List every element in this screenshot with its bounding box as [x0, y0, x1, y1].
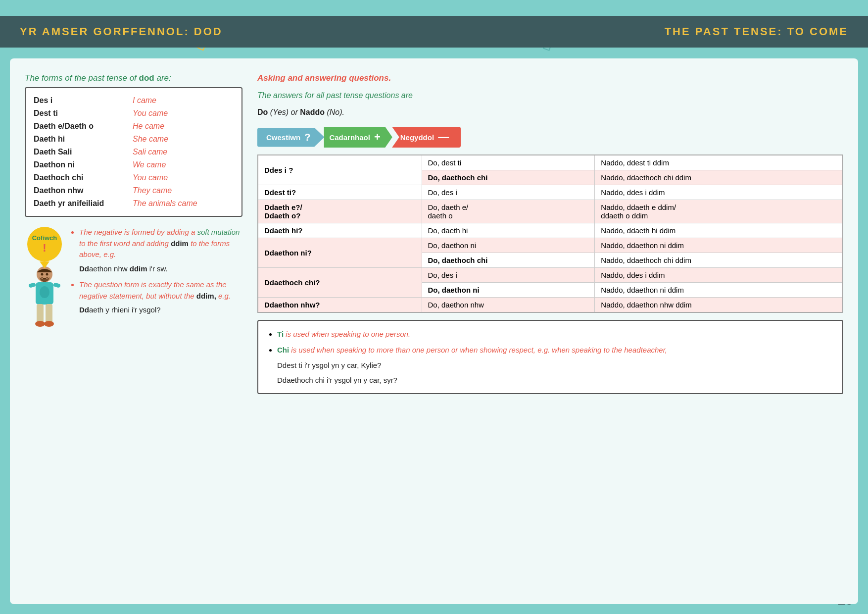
svg-rect-18	[37, 304, 44, 323]
forms-row-7: Daethoch chi You came	[34, 171, 234, 184]
svg-point-15	[40, 286, 49, 298]
bottom-note-2: Chi is used when speaking to more than o…	[277, 344, 833, 357]
forms-intro: The forms of the past tense of dod are:	[25, 73, 242, 83]
forms-row-4: Daeth hi She came	[34, 133, 234, 146]
table-headers: Cwestiwn ? Cadarnhaol + Negyddol —	[257, 127, 843, 148]
table-row: Ddes i ? Do, dest ti Naddo, ddest ti ddi…	[258, 155, 843, 170]
header-title-english: THE PAST TENSE: TO COME	[665, 25, 848, 38]
svg-point-21	[44, 321, 54, 327]
table-row: Ddest ti? Do, des i Naddo, ddes i ddim	[258, 185, 843, 200]
svg-point-22	[41, 273, 44, 276]
header-title-welsh: YR AMSER GORFFENNOL: DOD	[20, 25, 223, 38]
th-cwestiwn: Cwestiwn ?	[257, 128, 324, 147]
forms-section: The forms of the past tense of dod are: …	[25, 73, 242, 217]
svg-rect-16	[28, 282, 36, 288]
do-naddo-line: Do (Yes) or Naddo (No).	[257, 108, 843, 117]
bottom-note-1: Ti is used when speaking to one person.	[277, 328, 833, 341]
bottom-notes: Ti is used when speaking to one person. …	[257, 320, 843, 394]
forms-row-5: Daeth Sali Sali came	[34, 146, 234, 158]
example-1: Ddest ti i'r ysgol yn y car, Kylie?	[267, 359, 833, 372]
left-column: The forms of the past tense of dod are: …	[25, 73, 242, 594]
th-negyddol: Negyddol —	[388, 127, 461, 148]
conjugation-table: Ddes i ? Do, dest ti Naddo, ddest ti ddi…	[257, 154, 843, 313]
forms-table: Des i I came Dest ti You came Daeth e/Da…	[25, 87, 242, 217]
main-content: The forms of the past tense of dod are: …	[10, 58, 858, 604]
svg-rect-19	[46, 304, 52, 323]
table-row: Ddaethon ni? Do, daethon ni Naddo, ddaet…	[258, 238, 843, 253]
note-section: Cofiwch !	[25, 227, 242, 338]
table-row: Ddaethoch chi? Do, des i Naddo, ddes i d…	[258, 268, 843, 283]
th-cadarnhaol: Cadarnhaol +	[320, 127, 392, 148]
person-figure	[25, 263, 64, 338]
forms-row-1: Des i I came	[34, 94, 234, 107]
header: YR AMSER GORFFENNOL: DOD THE PAST TENSE:…	[0, 16, 868, 48]
forms-row-2: Dest ti You came	[34, 107, 234, 120]
forms-row-6: Daethon ni We came	[34, 158, 234, 171]
notes-text: The negative is formed by adding a soft …	[69, 227, 242, 321]
table-row: Ddaeth hi? Do, daeth hi Naddo, ddaeth hi…	[258, 223, 843, 238]
forms-row-8: Daethon nhw They came	[34, 184, 234, 197]
right-column: Asking and answering questions. The answ…	[257, 73, 843, 594]
example-2: Ddaethoch chi i'r ysgol yn y car, syr?	[267, 374, 833, 387]
forms-row-9: Daeth yr anifeiliaid The animals came	[34, 197, 234, 210]
table-row: Ddaeth e?/Ddaeth o? Do, daeth e/daeth o …	[258, 200, 843, 223]
asking-title: Asking and answering questions.	[257, 73, 843, 83]
svg-rect-17	[53, 282, 61, 288]
table-row: Ddaethon nhw? Do, daethon nhw Naddo, dda…	[258, 298, 843, 313]
answers-subtitle: The answers for all past tense questions…	[257, 91, 843, 100]
svg-point-23	[46, 273, 48, 276]
svg-point-20	[35, 321, 45, 327]
cofiwch-bubble: Cofiwch !	[27, 227, 62, 261]
forms-row-3: Daeth e/Daeth o He came	[34, 120, 234, 133]
